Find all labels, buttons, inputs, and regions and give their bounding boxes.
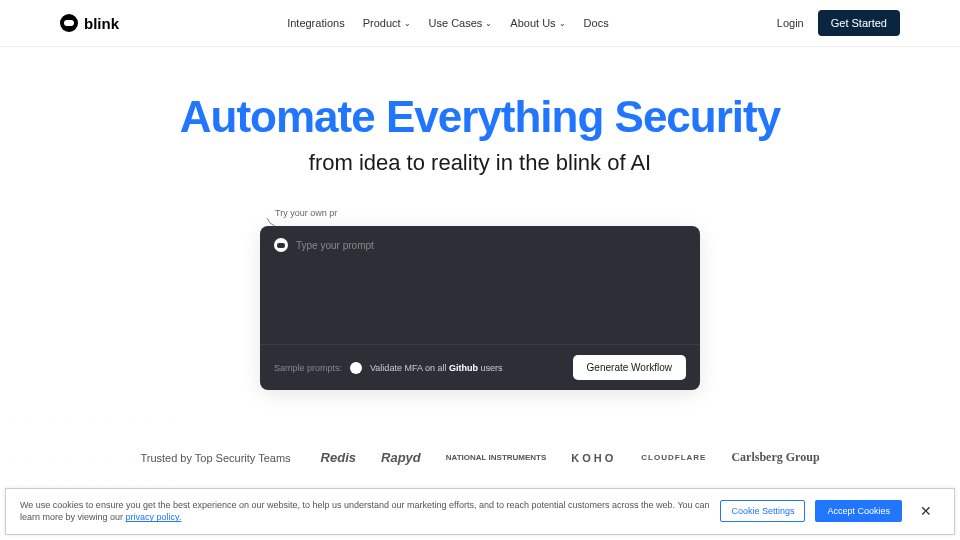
prompt-area: Try your own pr Sample prompts: Validate… (260, 226, 700, 390)
cloudflare-logo: CLOUDFLARE (641, 453, 706, 462)
sample-prompts: Sample prompts: Validate MFA on all Gith… (274, 362, 502, 374)
chevron-down-icon: ⌄ (485, 19, 492, 28)
login-link[interactable]: Login (777, 17, 804, 29)
nav-usecases[interactable]: Use Cases⌄ (429, 17, 493, 29)
prompt-body[interactable] (260, 264, 700, 344)
privacy-policy-link[interactable]: privacy policy. (126, 512, 182, 522)
get-started-button[interactable]: Get Started (818, 10, 900, 36)
cookie-text: We use cookies to ensure you get the bes… (20, 499, 720, 524)
cookie-banner: We use cookies to ensure you get the bes… (5, 488, 955, 535)
trusted-section: Trusted by Top Security Teams Redis Rapy… (0, 450, 960, 465)
brand-logos: Redis Rapyd NATIONAL INSTRUMENTS KOHO CL… (321, 450, 820, 465)
prompt-box: Sample prompts: Validate MFA on all Gith… (260, 226, 700, 390)
hero-section: Automate Everything Security from idea t… (0, 47, 960, 390)
nav-integrations[interactable]: Integrations (287, 17, 344, 29)
sample-prompt-text[interactable]: Validate MFA on all Github users (370, 363, 502, 373)
redis-logo: Redis (321, 450, 356, 465)
sample-label: Sample prompts: (274, 363, 342, 373)
carlsberg-logo: Carlsberg Group (731, 450, 819, 465)
nav-docs[interactable]: Docs (584, 17, 609, 29)
prompt-footer: Sample prompts: Validate MFA on all Gith… (260, 344, 700, 390)
cookie-actions: Cookie Settings Accept Cookies ✕ (720, 500, 940, 522)
chevron-down-icon: ⌄ (404, 19, 411, 28)
cookie-settings-button[interactable]: Cookie Settings (720, 500, 805, 522)
blink-logo-icon (60, 14, 78, 32)
chevron-down-icon: ⌄ (559, 19, 566, 28)
header: blink Integrations Product⌄ Use Cases⌄ A… (0, 0, 960, 47)
nav-product[interactable]: Product⌄ (363, 17, 411, 29)
generate-workflow-button[interactable]: Generate Workflow (573, 355, 686, 380)
trusted-label: Trusted by Top Security Teams (140, 452, 290, 464)
logo[interactable]: blink (60, 14, 119, 32)
prompt-input-row (260, 226, 700, 264)
github-icon (350, 362, 362, 374)
header-actions: Login Get Started (777, 10, 900, 36)
prompt-input[interactable] (296, 240, 686, 251)
hero-title: Automate Everything Security (0, 92, 960, 142)
nav-aboutus[interactable]: About Us⌄ (510, 17, 565, 29)
hero-subtitle: from idea to reality in the blink of AI (0, 150, 960, 176)
blink-icon (274, 238, 288, 252)
logo-text: blink (84, 15, 119, 32)
close-icon[interactable]: ✕ (912, 503, 940, 519)
accept-cookies-button[interactable]: Accept Cookies (815, 500, 902, 522)
main-nav: Integrations Product⌄ Use Cases⌄ About U… (287, 17, 609, 29)
rapyd-logo: Rapyd (381, 450, 421, 465)
national-instruments-logo: NATIONAL INSTRUMENTS (446, 453, 547, 462)
try-label: Try your own pr (275, 208, 337, 218)
koho-logo: KOHO (571, 452, 616, 464)
